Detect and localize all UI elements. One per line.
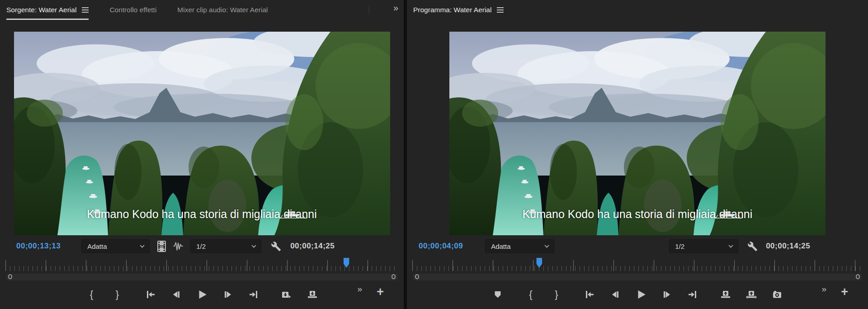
play-button[interactable]: [195, 286, 209, 303]
mark-in-icon: {: [90, 289, 93, 300]
program-zoom-level-select[interactable]: Adatta: [485, 239, 554, 253]
premiere-monitors-workspace: Sorgente: Water Aerial Controllo effetti…: [0, 0, 868, 309]
scrollbar-handle-right[interactable]: [392, 274, 396, 279]
transport-overflow-button[interactable]: »: [357, 284, 361, 294]
step-back-icon: [610, 289, 621, 300]
source-video-display[interactable]: Kumano Kodo ha una storia di migliaia di…: [14, 32, 390, 235]
source-zoom-level-select[interactable]: Adatta: [81, 239, 150, 253]
step-forward-icon: [661, 289, 672, 300]
mark-out-button[interactable]: }: [111, 286, 124, 303]
program-time-ruler[interactable]: [407, 257, 868, 272]
drag-audio-only-button[interactable]: [172, 240, 184, 252]
go-to-out-button[interactable]: [686, 286, 699, 303]
play-button[interactable]: [634, 286, 648, 303]
ruler-ticks: [412, 259, 863, 271]
source-controls-row: 00;00;13;13 Adatta: [0, 235, 404, 257]
step-back-icon: [171, 289, 182, 300]
step-forward-icon: [222, 289, 233, 300]
playback-resolution-value: 1/2: [196, 242, 206, 250]
mark-out-icon: }: [116, 289, 119, 300]
program-settings-button[interactable]: [747, 241, 758, 252]
insert-button[interactable]: [280, 286, 293, 303]
lift-button[interactable]: [719, 286, 732, 303]
tab-effect-controls-label: Controllo effetti: [109, 6, 156, 14]
scrollbar-handle-right[interactable]: [856, 274, 860, 279]
tab-program[interactable]: Programma: Water Aerial: [413, 0, 504, 20]
chevron-down-icon: [251, 245, 256, 248]
chevron-down-icon: [140, 245, 145, 248]
program-current-timecode[interactable]: 00;00;04;09: [419, 242, 463, 251]
mark-in-button[interactable]: {: [524, 286, 538, 303]
camera-icon: [772, 289, 783, 300]
burned-in-subtitle: Kumano Kodo ha una storia di migliaia di…: [14, 208, 390, 221]
go-to-in-button[interactable]: [583, 286, 596, 303]
source-current-timecode[interactable]: 00;00;13;13: [16, 242, 61, 251]
chevron-down-icon: [544, 245, 549, 248]
button-editor-add-button[interactable]: +: [841, 286, 848, 298]
panel-menu-icon[interactable]: [497, 7, 504, 13]
program-tab-bar: Programma: Water Aerial: [407, 0, 868, 20]
tabbar-divider: [369, 5, 369, 14]
play-icon: [635, 289, 647, 300]
add-marker-button[interactable]: [491, 286, 505, 303]
wrench-icon: [271, 241, 281, 252]
tab-program-label: Programma: Water Aerial: [413, 6, 491, 14]
extract-button[interactable]: [745, 286, 758, 303]
zoom-level-value: Adatta: [491, 242, 510, 250]
tab-overflow-button[interactable]: »: [393, 3, 397, 13]
source-time-ruler[interactable]: [0, 257, 404, 272]
source-monitor-panel: Sorgente: Water Aerial Controllo effetti…: [0, 0, 404, 309]
play-icon: [196, 289, 208, 300]
source-zoom-scrollbar[interactable]: [6, 274, 397, 280]
ruler-ticks: [5, 259, 398, 271]
source-transport-bar: { }: [0, 280, 404, 309]
mark-out-button[interactable]: }: [550, 286, 563, 303]
step-forward-button[interactable]: [221, 286, 235, 303]
go-to-in-button[interactable]: [144, 286, 157, 303]
playback-resolution-value: 1/2: [675, 242, 684, 250]
mark-out-icon: }: [555, 289, 558, 300]
mark-in-icon: {: [529, 289, 532, 300]
transport-overflow-button[interactable]: »: [821, 284, 826, 294]
wrench-icon: [747, 241, 758, 252]
scrollbar-handle-left[interactable]: [8, 274, 12, 279]
go-to-out-button[interactable]: [247, 286, 260, 303]
go-to-in-icon: [584, 289, 595, 300]
scrollbar-handle-left[interactable]: [415, 274, 419, 279]
audio-waveform-icon: [172, 240, 184, 252]
insert-icon: [281, 289, 292, 300]
step-back-button[interactable]: [170, 286, 183, 303]
panel-menu-icon[interactable]: [82, 7, 89, 13]
program-zoom-scrollbar[interactable]: [413, 274, 862, 280]
panel-divider[interactable]: [404, 0, 407, 309]
zoom-level-value: Adatta: [87, 242, 107, 250]
tab-audio-clip-mixer[interactable]: Mixer clip audio: Water Aerial: [177, 0, 268, 20]
source-tab-bar: Sorgente: Water Aerial Controllo effetti…: [0, 0, 404, 20]
overwrite-button[interactable]: [306, 286, 319, 303]
program-video-display[interactable]: Kumano Kodo ha una storia di migliaia di…: [449, 32, 826, 235]
overwrite-icon: [307, 289, 318, 300]
export-frame-button[interactable]: [770, 286, 784, 303]
step-back-button[interactable]: [609, 286, 622, 303]
step-forward-button[interactable]: [660, 286, 674, 303]
filmstrip-icon: [157, 240, 166, 252]
go-to-in-icon: [145, 289, 156, 300]
tab-effect-controls[interactable]: Controllo effetti: [109, 0, 156, 20]
tab-audio-clip-mixer-label: Mixer clip audio: Water Aerial: [177, 6, 268, 14]
lagoon-video-frame: [449, 32, 826, 235]
program-transport-bar: { }: [407, 280, 868, 309]
program-controls-row: 00;00;04;09 Adatta 1/2 00;00;14;25: [407, 235, 868, 257]
chevron-down-icon: [728, 245, 733, 248]
tab-source-label: Sorgente: Water Aerial: [6, 6, 76, 14]
program-playback-resolution-select[interactable]: 1/2: [669, 239, 738, 253]
lift-icon: [720, 289, 731, 300]
source-playback-resolution-select[interactable]: 1/2: [190, 239, 261, 253]
go-to-out-icon: [248, 289, 259, 300]
program-duration-timecode: 00;00;14;25: [766, 242, 810, 251]
mark-in-button[interactable]: {: [85, 286, 99, 303]
source-settings-button[interactable]: [271, 241, 281, 252]
lagoon-video-frame: [14, 32, 390, 235]
button-editor-add-button[interactable]: +: [377, 286, 384, 298]
tab-source[interactable]: Sorgente: Water Aerial: [6, 0, 89, 20]
drag-video-only-button[interactable]: [157, 240, 166, 252]
